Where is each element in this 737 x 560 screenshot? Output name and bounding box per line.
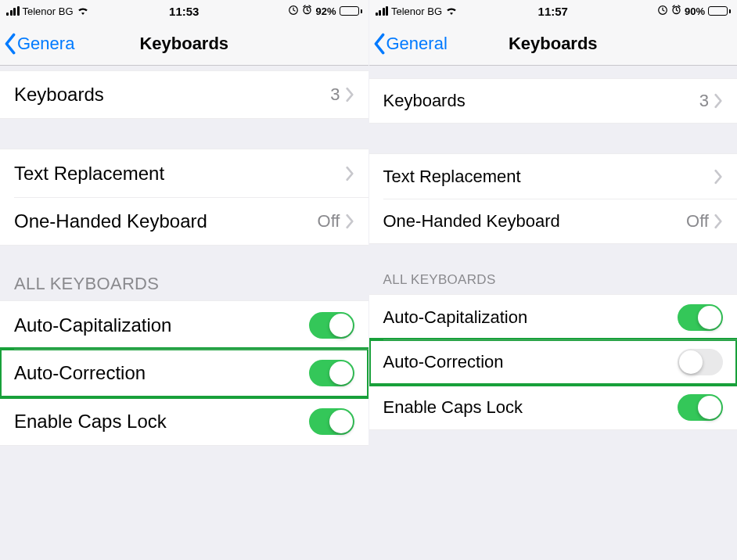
auto-capitalization-label: Auto-Capitalization	[383, 307, 678, 328]
section-header-all-keyboards: ALL KEYBOARDS	[0, 246, 368, 300]
text-replacement-row[interactable]: Text Replacement	[0, 149, 368, 197]
chevron-right-icon	[345, 166, 354, 181]
settings-content[interactable]: Keyboards 3 Text Replacement One-Handed …	[369, 66, 738, 560]
auto-correction-label: Auto-Correction	[383, 352, 678, 372]
battery-icon	[708, 6, 731, 16]
battery-icon	[340, 6, 362, 16]
one-handed-label: One-Handed Keyboard	[383, 211, 687, 232]
keyboards-row[interactable]: Keyboards 3	[369, 78, 738, 124]
enable-caps-lock-toggle[interactable]	[309, 408, 354, 435]
enable-caps-lock-row: Enable Caps Lock	[369, 385, 738, 430]
one-handed-value: Off	[318, 211, 340, 232]
enable-caps-lock-toggle[interactable]	[678, 394, 723, 421]
keyboards-label: Keyboards	[383, 91, 699, 111]
status-time: 11:57	[369, 5, 738, 18]
chevron-right-icon	[714, 169, 723, 185]
chevron-right-icon	[345, 214, 354, 229]
auto-capitalization-toggle[interactable]	[309, 312, 354, 339]
status-time: 11:53	[0, 5, 368, 18]
auto-correction-toggle[interactable]	[309, 360, 354, 386]
section-header-all-keyboards: ALL KEYBOARDS	[369, 244, 738, 294]
back-label: General	[386, 34, 448, 54]
screenshot-left: Telenor BG 11:53 92%	[0, 0, 368, 560]
auto-correction-label: Auto-Correction	[14, 362, 309, 384]
nav-header: General Keyboards	[369, 22, 738, 66]
status-bar: Telenor BG 11:57 90%	[369, 0, 738, 22]
auto-capitalization-label: Auto-Capitalization	[14, 314, 309, 336]
text-replacement-label: Text Replacement	[14, 163, 345, 185]
enable-caps-lock-label: Enable Caps Lock	[14, 411, 309, 433]
auto-capitalization-row: Auto-Capitalization	[0, 300, 368, 349]
enable-caps-lock-row: Enable Caps Lock	[0, 397, 368, 446]
chevron-right-icon	[714, 214, 723, 229]
auto-capitalization-toggle[interactable]	[678, 304, 723, 331]
auto-correction-row: Auto-Correction	[0, 349, 368, 397]
one-handed-row[interactable]: One-Handed Keyboard Off	[369, 199, 738, 244]
enable-caps-lock-label: Enable Caps Lock	[383, 397, 678, 418]
one-handed-value: Off	[686, 211, 709, 232]
text-replacement-row[interactable]: Text Replacement	[369, 153, 738, 199]
one-handed-label: One-Handed Keyboard	[14, 210, 318, 232]
back-label: Genera	[17, 34, 74, 54]
screenshot-right: Telenor BG 11:57 90%	[368, 0, 738, 560]
text-replacement-label: Text Replacement	[383, 167, 714, 187]
auto-correction-row: Auto-Correction	[369, 339, 738, 385]
auto-capitalization-row: Auto-Capitalization	[369, 294, 738, 339]
nav-header: Genera Keyboards	[0, 22, 368, 66]
settings-content[interactable]: Keyboards 3 Text Replacement One-Handed …	[0, 66, 368, 560]
one-handed-row[interactable]: One-Handed Keyboard Off	[0, 197, 368, 246]
chevron-right-icon	[714, 93, 723, 109]
auto-correction-toggle[interactable]	[678, 349, 723, 375]
chevron-right-icon	[345, 87, 354, 102]
keyboards-label: Keyboards	[14, 84, 330, 106]
keyboards-count: 3	[699, 91, 709, 111]
back-button[interactable]: General	[369, 33, 448, 55]
status-bar: Telenor BG 11:53 92%	[0, 0, 368, 22]
back-button[interactable]: Genera	[0, 33, 74, 55]
keyboards-row[interactable]: Keyboards 3	[0, 70, 368, 119]
keyboards-count: 3	[330, 84, 340, 105]
